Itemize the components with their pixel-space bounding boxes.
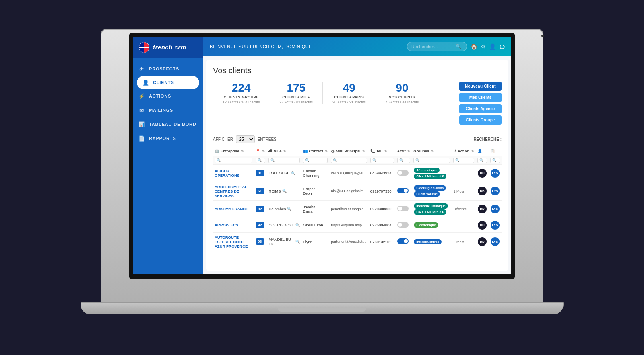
filter-action[interactable]: 🔍: [452, 156, 475, 165]
cell-avatar1[interactable]: DD: [476, 218, 489, 232]
cell-groupes: Infrastructures: [412, 232, 452, 251]
ville-cell: COURBEVOIE 🔍: [268, 223, 299, 227]
company-link[interactable]: ARCELORMITTAL CENTRES DE SERVICES: [215, 185, 247, 198]
content-area: Vos clients 224 CLIENTS GROUPE 120 Actif…: [206, 60, 508, 271]
active-toggle[interactable]: [397, 170, 409, 176]
cell-actif[interactable]: [396, 218, 412, 232]
search-bar[interactable]: 🔍: [407, 42, 467, 51]
filter-action-input[interactable]: [460, 158, 472, 162]
company-link[interactable]: ARROW ECS: [215, 223, 238, 227]
cell-actif[interactable]: [396, 164, 412, 182]
cell-avatar2[interactable]: LYS: [489, 182, 502, 200]
th-contact[interactable]: 👥 Contact ⇅: [301, 146, 330, 156]
filter-av1[interactable]: 🔍: [476, 156, 489, 165]
avatar-dd[interactable]: DD: [478, 169, 487, 178]
th-tel[interactable]: 📞 Tel. ⇅: [369, 146, 396, 156]
filter-tel[interactable]: 🔍: [369, 156, 396, 165]
ville-text: COURBEVOIE: [268, 223, 294, 227]
filter-actif[interactable]: 🔍: [396, 156, 412, 165]
cell-avatar1[interactable]: DD: [476, 182, 489, 200]
location-icon: 📍: [256, 149, 260, 153]
avatar-dd[interactable]: DD: [478, 187, 487, 195]
cell-mail: parturient@euisdistr...: [329, 232, 368, 251]
search-ville-icon[interactable]: 🔍: [295, 223, 300, 227]
clients-agence-button[interactable]: Clients Agence: [459, 104, 502, 113]
avatar-col1-icon: 👤: [477, 149, 482, 153]
filter-contact-input[interactable]: [310, 158, 326, 162]
cell-actif[interactable]: [396, 182, 412, 200]
th-ville[interactable]: 🏙 Ville ⇅: [267, 146, 301, 156]
settings-icon[interactable]: ⚙: [481, 43, 486, 50]
company-link[interactable]: AIRBUS OPERATIONS: [215, 169, 239, 178]
avatar-dd[interactable]: DD: [478, 237, 487, 246]
active-toggle[interactable]: [397, 206, 409, 211]
filter-contact[interactable]: 🔍: [301, 156, 330, 165]
th-groupes[interactable]: Groupes ⇅: [412, 146, 452, 156]
nouveau-client-button[interactable]: Nouveau Client: [459, 82, 502, 91]
sidebar-item-clients[interactable]: 👤 CLIENTS: [137, 76, 199, 89]
avatar-lys[interactable]: LYS: [491, 205, 500, 213]
sidebar-item-actions[interactable]: ⚡ ACTIONS: [133, 89, 203, 103]
user-icon[interactable]: 👤: [489, 43, 496, 50]
power-icon[interactable]: ⏻: [499, 43, 505, 50]
cell-actif[interactable]: [396, 200, 412, 218]
cell-mail: vel.nisl.Quisque@el...: [329, 164, 368, 182]
sort-entreprise-icon: ⇅: [241, 150, 244, 153]
cell-avatar1[interactable]: DD: [476, 232, 489, 251]
entries-select[interactable]: 2550100: [236, 135, 255, 143]
cell-avatar1[interactable]: DD: [476, 200, 489, 218]
th-entreprise[interactable]: 🏢 Entreprise ⇅: [213, 146, 254, 156]
th-action[interactable]: ↺ Action ⇅: [452, 146, 475, 156]
filter-mail-input[interactable]: [337, 158, 365, 162]
filter-ville-input[interactable]: [275, 158, 297, 162]
group-tag: Industrie Chimique: [414, 203, 448, 209]
avatar-dd[interactable]: DD: [478, 221, 487, 230]
filter-actif-input[interactable]: [404, 158, 409, 162]
sidebar-item-dashboard[interactable]: 📊 TABLEAU DE BORD: [133, 117, 203, 131]
sidebar-item-rapports[interactable]: 📄 RAPPORTS: [133, 131, 203, 146]
active-toggle[interactable]: [397, 188, 409, 193]
active-toggle[interactable]: [397, 222, 409, 228]
cell-tel: 0225094804: [369, 218, 396, 232]
dept-badge: 92: [256, 206, 264, 212]
cell-avatar1[interactable]: DD: [476, 164, 489, 182]
search-ville-icon[interactable]: 🔍: [291, 171, 295, 175]
cell-actif[interactable]: [396, 232, 412, 251]
avatar-lys[interactable]: LYS: [491, 187, 500, 195]
search-ville-icon[interactable]: 🔍: [295, 240, 300, 244]
filter-tel-input[interactable]: [377, 158, 392, 162]
avatar-lys[interactable]: LYS: [491, 237, 500, 246]
th-dept[interactable]: 📍 ⇅: [254, 146, 267, 156]
th-mail[interactable]: @ Mail Principal ⇅: [329, 146, 368, 156]
company-link[interactable]: AUTOROUTE ESTEREL COTE AZUR PROVENCE: [215, 235, 248, 248]
avatar-dd[interactable]: DD: [478, 205, 487, 213]
cell-avatar2[interactable]: LYS: [489, 232, 502, 251]
filter-groupes[interactable]: 🔍: [412, 156, 452, 165]
cell-avatar2[interactable]: LYS: [489, 200, 502, 218]
cell-avatar2[interactable]: LYS: [489, 164, 502, 182]
search-ville-icon[interactable]: 🔍: [282, 189, 287, 193]
home-icon[interactable]: 🏠: [471, 43, 477, 50]
avatar-lys[interactable]: LYS: [491, 169, 500, 178]
filter-mail[interactable]: 🔍: [329, 156, 368, 165]
filter-dept-input[interactable]: [262, 158, 264, 162]
cell-ville: COURBEVOIE 🔍: [267, 218, 301, 232]
filter-ville[interactable]: 🔍: [267, 156, 301, 165]
search-input[interactable]: [411, 44, 456, 49]
filter-dept[interactable]: 🔍: [254, 156, 267, 165]
th-actif[interactable]: Actif ⇅: [396, 146, 412, 156]
company-link[interactable]: ARKEMA FRANCE: [215, 207, 248, 211]
filter-groupes-input[interactable]: [420, 158, 448, 162]
active-toggle[interactable]: [397, 238, 409, 244]
group-tag: Aéronautique: [414, 168, 440, 173]
search-ville-icon[interactable]: 🔍: [287, 207, 291, 211]
sidebar-item-mailings[interactable]: ✉ MAILINGS: [133, 103, 203, 117]
cell-avatar2[interactable]: LYS: [489, 218, 502, 232]
filter-av2[interactable]: 🔍: [489, 156, 502, 165]
avatar-lys[interactable]: LYS: [491, 221, 500, 230]
mes-clients-button[interactable]: Mes Clients: [459, 93, 502, 102]
clients-groupe-button[interactable]: Clients Groupe: [459, 115, 502, 125]
filter-entreprise[interactable]: 🔍: [213, 156, 254, 165]
filter-entreprise-input[interactable]: [221, 158, 250, 162]
sidebar-item-prospects[interactable]: ✈ PROSPECTS: [133, 62, 203, 76]
